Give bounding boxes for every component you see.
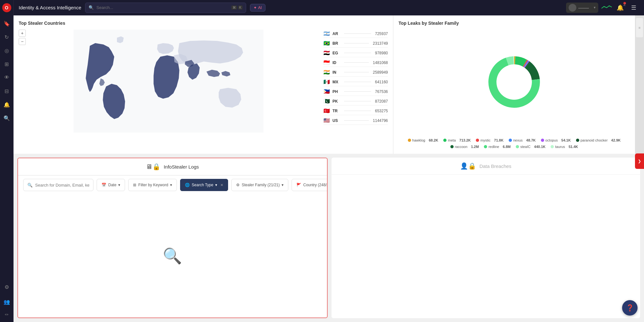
sidebar-item-eye[interactable]: 👁 [1, 72, 13, 83]
sidebar-item-users[interactable]: 👥 [1, 296, 13, 308]
country-row-eg: 🇪🇬EG978980 [323, 49, 388, 57]
map-controls: + − [19, 30, 26, 45]
country-row-us: 🇺🇸US1144796 [323, 116, 388, 125]
right-sidebar-toggle[interactable]: ≡ [635, 15, 644, 154]
ai-label: AI [258, 5, 262, 10]
country-row-ph: 🇵🇭PH767536 [323, 87, 388, 96]
sidebar-item-layers[interactable]: ⊞ [1, 58, 13, 70]
menu-icon: ☰ [631, 4, 636, 11]
user-avatar[interactable]: ——— ▾ [566, 3, 598, 13]
sidebar-item-settings[interactable]: ⚙ [1, 281, 13, 293]
sidebar-item-search-user[interactable]: 🔍 [1, 112, 13, 124]
sparkle-icon: ✦ [254, 5, 257, 10]
person-lock-icon: 👤🔒 [460, 162, 476, 170]
keyword-filter-button[interactable]: ⊞ Filter by Keyword ▾ [128, 179, 177, 191]
flag-us: 🇺🇸 [323, 117, 330, 124]
empty-state: 🔍 [18, 194, 327, 317]
zoom-in-button[interactable]: + [19, 30, 26, 37]
charts-row: Top Stealer Countries + − [14, 15, 644, 154]
world-map-svg [19, 30, 318, 133]
country-code-us: US [332, 118, 340, 123]
legend-dot-meta [443, 139, 447, 142]
map-visual: + − [19, 30, 318, 133]
country-code-eg: EG [332, 51, 340, 55]
app-logo[interactable]: O [2, 3, 11, 12]
legend-item-redline: redline 6.8M [484, 145, 511, 149]
stealer-chevron-icon: ▾ [282, 183, 284, 187]
country-count-mx: 641160 [375, 80, 388, 84]
legend-dot-steaIC [516, 145, 519, 148]
country-row-pk: 🇵🇰PK872087 [323, 97, 388, 106]
country-count-id: 1481068 [373, 60, 388, 65]
dropdown-chevron: ▾ [594, 5, 596, 10]
flag-in: 🇮🇳 [323, 69, 330, 75]
notifications-button[interactable]: 🔔 2 [615, 3, 625, 13]
search-type-close-icon[interactable]: ✕ [220, 183, 223, 187]
map-card: Top Stealer Countries + − [14, 15, 393, 154]
search-icon-main: 🔍 [27, 183, 33, 188]
country-row-in: 🇮🇳IN2589949 [323, 68, 388, 77]
zoom-out-button[interactable]: − [19, 38, 26, 45]
infostealer-panel-title: InfoStealer Logs [164, 164, 199, 170]
k-key: K [238, 5, 243, 10]
right-sidebar-btn[interactable]: ≡ [636, 18, 643, 37]
notification-badge: 2 [623, 2, 626, 5]
flag-ph: 🇵🇭 [323, 88, 330, 95]
chat-button[interactable]: ❓ [622, 300, 638, 316]
search-icon: 🔍 [89, 5, 94, 10]
country-filter-label: Country (248/248) [303, 183, 327, 187]
ai-button[interactable]: ✦ AI [250, 4, 265, 12]
search-type-label: Search Type [192, 183, 213, 187]
country-row-mx: 🇲🇽MX641160 [323, 78, 388, 86]
legend-dot-paranoid-chocker [576, 139, 579, 142]
search-type-chevron-icon: ▾ [215, 183, 217, 187]
legend-dot-nexus [509, 139, 512, 142]
red-float-button[interactable]: ❯ [635, 153, 644, 169]
donut-area [399, 30, 630, 134]
map-card-title: Top Stealer Countries [19, 21, 388, 26]
main-search-input[interactable] [35, 183, 89, 188]
flag-icon: 🚩 [296, 183, 301, 187]
country-count-tr: 653275 [375, 109, 388, 113]
country-count-in: 2589949 [373, 70, 388, 75]
sidebar-item-alert[interactable]: 🔔 [1, 99, 13, 110]
data-breaches-header: 👤🔒 Data Breaches [332, 158, 640, 175]
stealer-family-filter-button[interactable]: ⚙ Stealer Family (21/21) ▾ [231, 179, 288, 191]
bottom-panels: 🖥🔒 InfoStealer Logs 🔍 📅 Date ▾ [14, 154, 644, 322]
keyword-filter-label: Filter by Keyword [138, 183, 168, 187]
sidebar-item-grid[interactable]: ⊟ [1, 85, 13, 97]
country-row-tr: 🇹🇷TR653275 [323, 107, 388, 115]
legend-item-octopus: octopus 54.1K [541, 138, 571, 142]
country-count-ar: 725937 [375, 32, 388, 36]
globe-icon: 🌐 [185, 183, 190, 187]
sidebar: O 🔖 ↻ ◎ ⊞ 👁 ⊟ 🔔 🔍 ⚙ 👥 «» [0, 0, 14, 322]
header-search-input[interactable] [96, 5, 228, 10]
sidebar-item-bookmark[interactable]: 🔖 [1, 18, 13, 29]
content-body: Top Stealer Countries + − [14, 15, 644, 322]
country-count-ph: 767536 [375, 89, 388, 94]
status-indicator[interactable] [601, 3, 612, 13]
header-search-box[interactable]: 🔍 ⌘ K [85, 3, 246, 13]
search-type-filter-button[interactable]: 🌐 Search Type ▾ ✕ [180, 179, 228, 191]
sidebar-item-target[interactable]: ◎ [1, 45, 13, 56]
country-list: 🇦🇷AR725937🇧🇷BR2313749🇪🇬EG978980🇮🇩ID14810… [323, 30, 388, 133]
country-filter-button[interactable]: 🚩 Country (248/248) ▾ [292, 179, 327, 191]
legend-dot-taurus [551, 145, 554, 148]
legend-dot-octopus [541, 139, 544, 142]
date-filter-button[interactable]: 📅 Date ▾ [97, 179, 125, 191]
sidebar-item-refresh[interactable]: ↻ [1, 31, 13, 43]
donut-chart-svg [479, 47, 550, 117]
country-code-in: IN [332, 70, 340, 75]
legend-dot-redline [484, 145, 487, 148]
legend-item-paranoid-chocker: paranoid chocker 42.9K [576, 138, 621, 142]
main-search-box[interactable]: 🔍 [23, 179, 93, 191]
avatar-image [569, 4, 576, 12]
bell-icon: 🔔 [617, 4, 624, 11]
menu-button[interactable]: ☰ [629, 3, 639, 13]
country-code-mx: MX [332, 80, 340, 84]
filter-icon: ⊞ [133, 183, 136, 187]
legend-dot-raccoon [450, 145, 454, 148]
country-count-eg: 978980 [375, 51, 388, 55]
date-filter-label: Date [108, 183, 116, 187]
sidebar-expand[interactable]: «» [1, 310, 13, 319]
